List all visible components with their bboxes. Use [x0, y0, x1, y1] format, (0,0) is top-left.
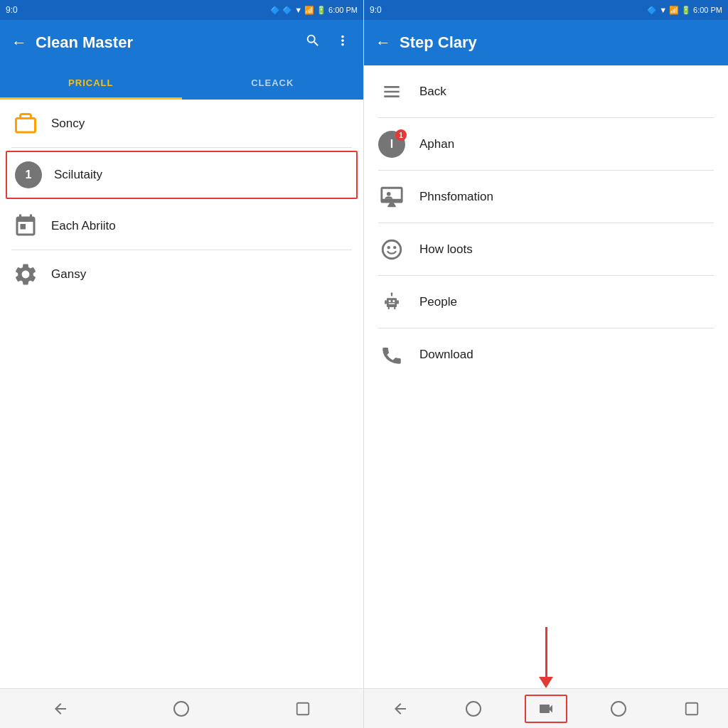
list-item-gansy[interactable]: Gansy [0, 250, 363, 299]
menu-item-people[interactable]: People [364, 276, 728, 328]
aphan-icon: I 1 [378, 131, 405, 158]
svg-point-10 [391, 293, 393, 295]
svg-rect-15 [686, 702, 698, 714]
right-status-icons: 🔷 ▼ 📶 🔋 6:00 PM [647, 6, 722, 15]
left-nav-home[interactable] [160, 695, 203, 723]
back-arrow-icon [378, 78, 405, 105]
left-list: Soncy 1 Scilutaity Each Abriito [0, 100, 363, 688]
left-panel: 9:0 🔷 🔷 ▼ 📶 🔋 6:00 PM ← Clean Master [0, 0, 364, 728]
list-item-scilutaity-text: Scilutaity [54, 168, 102, 182]
list-item-scilutaity[interactable]: 1 Scilutaity [6, 151, 358, 199]
svg-point-2 [387, 192, 391, 196]
arrow-head [539, 677, 553, 688]
right-bottom-nav [364, 688, 728, 728]
right-nav-recents[interactable] [670, 695, 713, 723]
svg-rect-8 [392, 300, 395, 302]
svg-rect-12 [397, 300, 399, 304]
svg-rect-7 [389, 300, 391, 302]
right-back-button[interactable]: ← [373, 31, 394, 55]
svg-point-0 [174, 702, 188, 716]
svg-point-5 [393, 246, 396, 249]
svg-point-14 [611, 702, 626, 716]
menu-item-phnsfomation-text: Phnsfomation [419, 190, 493, 204]
list-item-soncy[interactable]: Soncy [0, 100, 363, 148]
menu-item-back[interactable]: Back [364, 65, 728, 118]
gear-icon [11, 260, 40, 289]
aphan-badge: 1 [395, 129, 407, 141]
svg-rect-9 [389, 303, 395, 304]
left-more-button[interactable] [331, 28, 355, 57]
svg-rect-11 [385, 300, 387, 304]
left-status-right-time: 6:00 PM [328, 6, 358, 14]
left-nav-recents[interactable] [282, 695, 324, 723]
robot-icon [378, 289, 405, 316]
right-menu-list: Back I 1 Aphan [364, 65, 728, 603]
list-item-each-abriito-text: Each Abriito [51, 219, 116, 233]
svg-point-4 [387, 246, 390, 249]
left-status-time: 9:0 [6, 5, 18, 15]
right-panel: 9:0 🔷 ▼ 📶 🔋 6:00 PM ← Step Clary [364, 0, 728, 728]
tab-cleack[interactable]: CLEACK [182, 65, 364, 100]
briefcase-icon [11, 109, 40, 138]
menu-item-back-text: Back [419, 85, 446, 99]
menu-item-how-loots-text: How loots [419, 242, 473, 257]
menu-item-download[interactable]: Download [364, 328, 728, 381]
svg-point-3 [382, 240, 401, 259]
menu-item-download-text: Download [419, 348, 473, 362]
scilutaity-icon: 1 [14, 161, 43, 189]
right-status-bar: 9:0 🔷 ▼ 📶 🔋 6:00 PM [364, 0, 728, 20]
right-nav-video[interactable] [525, 695, 567, 723]
list-item-each-abriito[interactable]: Each Abriito [0, 202, 363, 250]
menu-item-people-text: People [419, 295, 457, 309]
left-nav-back[interactable] [39, 695, 82, 723]
tab-pricall[interactable]: PRICALL [0, 65, 182, 100]
phone-icon [378, 341, 405, 368]
right-bottom-area [364, 603, 728, 728]
menu-item-phnsfomation[interactable]: Phnsfomation [364, 171, 728, 223]
svg-point-13 [466, 702, 481, 716]
right-toolbar: ← Step Clary [364, 20, 728, 65]
list-item-gansy-text: Gansy [51, 267, 86, 282]
left-tabs: PRICALL CLEACK [0, 65, 363, 100]
menu-item-aphan[interactable]: I 1 Aphan [364, 118, 728, 171]
right-nav-home-2[interactable] [597, 695, 640, 723]
list-item-soncy-text: Soncy [51, 117, 85, 131]
menu-item-how-loots[interactable]: How loots [364, 223, 728, 276]
left-search-button[interactable] [301, 28, 325, 57]
right-status-time: 9:0 [370, 5, 382, 15]
right-status-right-time: 6:00 PM [693, 6, 722, 14]
left-status-icons: 🔷 🔷 ▼ 📶 🔋 6:00 PM [270, 6, 358, 15]
svg-rect-1 [297, 702, 309, 714]
left-bottom-nav [0, 688, 363, 728]
calendar-icon [11, 212, 40, 240]
menu-item-aphan-text: Aphan [419, 137, 454, 151]
arrow-line [545, 627, 547, 677]
right-toolbar-title: Step Clary [400, 33, 719, 52]
right-nav-back[interactable] [379, 695, 422, 723]
smiley-gear-icon [378, 236, 405, 263]
monitor-icon [378, 183, 405, 210]
arrow-annotation [539, 603, 553, 688]
left-status-bar: 9:0 🔷 🔷 ▼ 📶 🔋 6:00 PM [0, 0, 363, 20]
svg-rect-6 [387, 298, 397, 307]
left-toolbar: ← Clean Master [0, 20, 363, 65]
right-nav-home[interactable] [452, 695, 495, 723]
left-back-button[interactable]: ← [9, 31, 30, 55]
left-toolbar-title: Clean Master [36, 33, 295, 52]
